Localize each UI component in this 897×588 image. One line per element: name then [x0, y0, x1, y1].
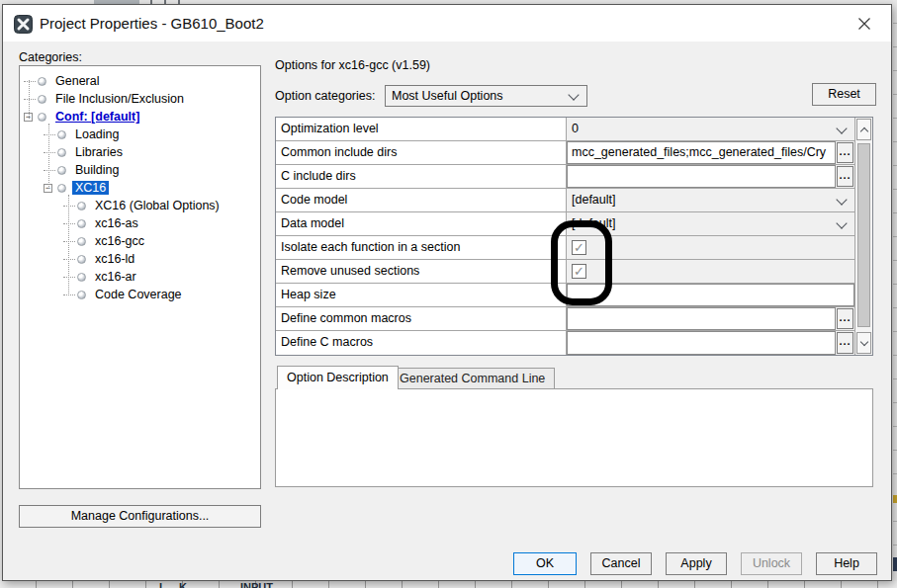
option-text-field[interactable]: [567, 165, 836, 188]
ok-button[interactable]: OK: [513, 552, 577, 575]
tree-connector-line: [63, 259, 75, 260]
option-categories-label: Option categories:: [275, 89, 375, 103]
tab-option-description[interactable]: Option Description: [277, 366, 399, 389]
browse-ellipsis-button[interactable]: ...: [837, 166, 853, 187]
title-bar: Project Properties - GB610_Boot2: [3, 5, 891, 42]
option-label: Define C macros: [276, 331, 567, 355]
tree-item-label: Code Coverage: [92, 288, 185, 301]
option-row-remove-unused-sections: Remove unused sections✓: [276, 260, 854, 284]
tab-generated-command-line[interactable]: Generated Command Line: [390, 368, 555, 389]
option-checkbox[interactable]: ✓: [572, 240, 586, 255]
tree-item-xc16-ar[interactable]: xc16-ar: [20, 268, 260, 286]
tree-item-loading[interactable]: Loading: [20, 126, 260, 143]
option-value: mcc_generated_files;mcc_generated_files/…: [567, 141, 854, 164]
background-text-fragment: INPUT: [240, 581, 273, 588]
close-icon[interactable]: [850, 11, 879, 37]
chevron-down-icon: [836, 123, 847, 133]
browse-ellipsis-button[interactable]: ...: [837, 142, 853, 163]
vertical-scrollbar[interactable]: [854, 118, 872, 355]
tree-node-orb-icon: [57, 166, 66, 175]
mplab-window-icon: [14, 15, 33, 34]
dropdown-selected-value: 0: [572, 122, 579, 135]
tree-connector-line: [44, 152, 55, 153]
categories-label: Categories:: [19, 50, 82, 64]
tree-connector-line: [63, 241, 75, 242]
tree-item-xc16[interactable]: −XC16: [20, 179, 260, 197]
tree-item-label: XC16: [72, 181, 109, 195]
tree-connector-line: [44, 134, 55, 135]
tree-item-building[interactable]: Building: [20, 161, 260, 179]
option-row-isolate-each-function-in-a-section: Isolate each function in a section✓: [276, 236, 854, 260]
option-text-field[interactable]: mcc_generated_files;mcc_generated_files/…: [567, 141, 836, 164]
option-value: ...: [567, 307, 854, 330]
background-text-fragment: K: [179, 581, 187, 588]
tree-node-orb-icon: [38, 113, 46, 122]
tree-node-orb-icon: [77, 219, 86, 228]
option-label: Optimization level: [276, 118, 567, 140]
option-dropdown[interactable]: 0: [567, 118, 854, 140]
option-row-optimization-level: Optimization level0: [276, 118, 854, 141]
tree-item-label: Conf: [default]: [52, 110, 142, 124]
chevron-down-icon: [836, 194, 847, 205]
option-label: Common include dirs: [276, 141, 567, 164]
option-row-define-common-macros: Define common macros...: [276, 307, 854, 331]
tree-connector-line: [63, 277, 75, 278]
option-value: ✓: [567, 236, 854, 259]
tree-item-label: Loading: [72, 127, 123, 141]
cancel-button[interactable]: Cancel: [590, 552, 652, 575]
dropdown-selected-value: [default]: [572, 193, 615, 207]
tree-item-label: xc16-as: [92, 216, 141, 230]
option-text-field[interactable]: [567, 331, 836, 355]
scroll-down-icon[interactable]: [856, 332, 871, 354]
tree-item-xc16-ld[interactable]: xc16-ld: [20, 250, 260, 268]
tree-item-file-inclusion-exclusion[interactable]: File Inclusion/Exclusion: [20, 90, 260, 108]
background-mark: [893, 557, 897, 571]
options-table: Optimization level0Common include dirsmc…: [275, 117, 873, 356]
option-checkbox[interactable]: ✓: [572, 264, 586, 279]
project-properties-dialog: Project Properties - GB610_Boot2 Categor…: [2, 4, 892, 581]
help-button[interactable]: Help: [816, 552, 877, 575]
tree-item-libraries[interactable]: Libraries: [20, 143, 260, 161]
tree-node-orb-icon: [77, 237, 86, 246]
tree-connector-line: [63, 223, 75, 224]
option-label: Heap size: [276, 284, 567, 306]
option-text-field[interactable]: [567, 307, 836, 330]
browse-ellipsis-button[interactable]: ...: [837, 308, 853, 329]
manage-configurations-button[interactable]: Manage Configurations...: [19, 505, 261, 528]
option-text-field[interactable]: [567, 284, 854, 306]
tree-connector-line: [44, 170, 55, 171]
browse-ellipsis-button[interactable]: ...: [837, 332, 853, 354]
tree-item-label: File Inclusion/Exclusion: [52, 92, 187, 106]
scroll-up-icon[interactable]: [856, 119, 871, 140]
tree-item-xc16-gcc[interactable]: xc16-gcc: [20, 232, 260, 250]
tree-node-orb-icon: [57, 184, 66, 193]
tree-node-orb-icon: [77, 291, 86, 299]
options-heading: Options for xc16-gcc (v1.59): [275, 58, 430, 72]
dialog-footer: OKCancelApplyUnlockHelp: [513, 552, 877, 575]
unlock-button[interactable]: Unlock: [741, 552, 802, 575]
tree-guide-line: [48, 124, 49, 189]
option-label: Data model: [276, 212, 567, 235]
tree-item-general[interactable]: General: [20, 72, 260, 90]
option-row-heap-size: Heap size: [276, 284, 854, 307]
tree-node-orb-icon: [77, 255, 86, 264]
dropdown-selected-value: [default]: [572, 216, 615, 230]
option-value: ...: [567, 331, 854, 355]
tree-item-conf-default[interactable]: −Conf: [default]: [20, 108, 260, 126]
option-dropdown[interactable]: [default]: [567, 212, 854, 235]
scrollbar-thumb[interactable]: [857, 143, 870, 327]
tree-node-orb-icon: [38, 95, 46, 104]
apply-button[interactable]: Apply: [666, 552, 727, 575]
tree-guide-line: [29, 80, 30, 119]
tree-node-orb-icon: [38, 77, 46, 86]
option-description-panel: [275, 388, 873, 487]
chevron-down-icon: [836, 217, 847, 228]
reset-button[interactable]: Reset: [812, 83, 876, 106]
background-right-strip: [893, 0, 897, 588]
tree-item-xc16-as[interactable]: xc16-as: [20, 214, 260, 232]
option-dropdown[interactable]: [default]: [567, 189, 854, 211]
tree-item-label: Building: [72, 163, 122, 177]
option-categories-dropdown[interactable]: Most Useful Options: [385, 85, 587, 107]
tree-item-xc16-global-options[interactable]: XC16 (Global Options): [20, 197, 260, 214]
tree-item-code-coverage[interactable]: Code Coverage: [20, 286, 260, 303]
